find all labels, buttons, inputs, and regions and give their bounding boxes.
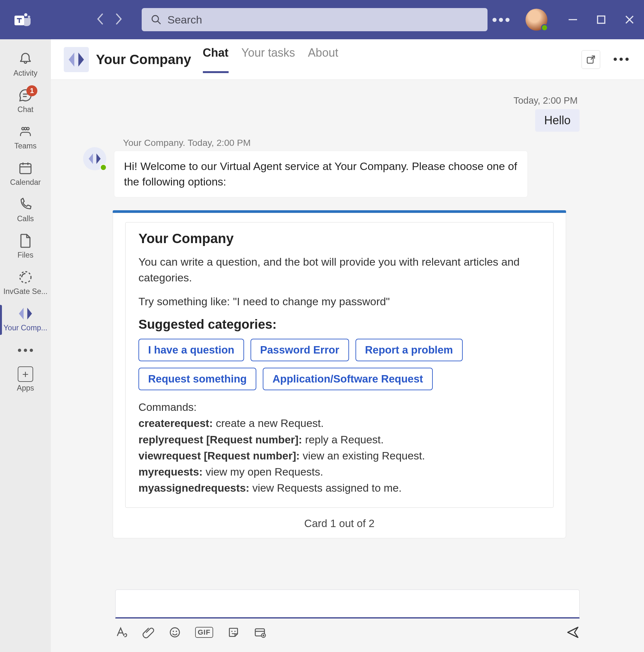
- emoji-icon: [169, 626, 181, 639]
- svg-point-0: [24, 13, 27, 17]
- command-line: myassignedrequests: view Requests assign…: [138, 480, 540, 496]
- invgate-icon: [18, 269, 33, 285]
- rail-more-button[interactable]: [18, 338, 33, 363]
- svg-line-4: [158, 21, 160, 24]
- presence-indicator-icon: [541, 24, 548, 31]
- app-name: Your Company: [96, 52, 191, 67]
- user-message-bubble[interactable]: Hello: [535, 109, 580, 132]
- message-composer[interactable]: [115, 590, 580, 619]
- teams-logo-icon: [13, 10, 32, 29]
- tab-your-tasks[interactable]: Your tasks: [242, 46, 295, 73]
- rail-label: Apps: [17, 384, 34, 392]
- svg-point-24: [619, 58, 623, 61]
- svg-point-23: [614, 58, 617, 61]
- rail-label: Chat: [18, 105, 33, 114]
- more-apps-button[interactable]: [254, 626, 266, 639]
- your-company-icon: [18, 305, 33, 322]
- rail-item-calendar[interactable]: Calendar: [0, 156, 51, 193]
- search-icon: [151, 14, 162, 25]
- svg-point-21: [30, 349, 33, 352]
- calendar-icon: [18, 160, 33, 176]
- svg-rect-14: [20, 164, 31, 174]
- tab-about[interactable]: About: [308, 46, 338, 73]
- window-controls: [568, 15, 634, 25]
- profile-avatar[interactable]: [526, 9, 547, 31]
- chip-app-software-request[interactable]: Application/Software Request: [263, 368, 433, 390]
- svg-point-20: [24, 349, 27, 352]
- command-line: createrequest: create a new Request.: [138, 415, 540, 431]
- command-line: viewrequest [Request number]: view an ex…: [138, 448, 540, 464]
- content-area: Your Company Chat Your tasks About Today…: [51, 39, 644, 652]
- rail-label: Teams: [14, 142, 36, 151]
- rail-item-files[interactable]: Files: [0, 229, 51, 265]
- search-input[interactable]: [167, 13, 479, 26]
- format-button[interactable]: [115, 626, 128, 639]
- rail-label: Calendar: [10, 178, 41, 187]
- commands-heading: Commands:: [138, 399, 540, 415]
- emoji-button[interactable]: [169, 626, 181, 639]
- rail-item-chat[interactable]: 1 Chat: [0, 83, 51, 120]
- compose-toolbar: GIF: [115, 626, 580, 639]
- sticker-button[interactable]: [227, 626, 240, 639]
- card-paragraph: Try something like: "I need to change my…: [138, 294, 540, 309]
- paperclip-icon: [142, 626, 155, 639]
- chip-report-problem[interactable]: Report a problem: [355, 339, 463, 361]
- rail-item-your-company[interactable]: Your Comp...: [0, 302, 51, 338]
- svg-point-28: [176, 631, 177, 632]
- chat-header: Your Company Chat Your tasks About: [51, 39, 644, 80]
- teams-icon: [18, 124, 33, 140]
- chat-body[interactable]: Today, 2:00 PM Hello Your Company. Today…: [51, 80, 644, 583]
- svg-point-25: [625, 58, 628, 61]
- svg-point-30: [235, 631, 236, 632]
- window-minimize-button[interactable]: [568, 15, 578, 25]
- nav-arrows: [97, 13, 123, 26]
- rail-label: Calls: [17, 214, 34, 223]
- chip-question[interactable]: I have a question: [138, 339, 244, 361]
- svg-rect-6: [598, 16, 605, 24]
- card-pagination: Card 1 out of 2: [113, 517, 566, 529]
- window-close-button[interactable]: [625, 15, 634, 25]
- rail-item-calls[interactable]: Calls: [0, 193, 51, 229]
- bot-message-bubble[interactable]: Hi! Welcome to our Virtual Agent service…: [114, 151, 528, 197]
- bot-avatar: [83, 147, 106, 170]
- commands-block: Commands: createrequest: create a new Re…: [138, 399, 540, 496]
- card-subtitle: Suggested categories:: [138, 317, 540, 332]
- presence-indicator-icon: [100, 164, 107, 171]
- rail-item-activity[interactable]: Activity: [0, 47, 51, 83]
- rail-item-teams[interactable]: Teams: [0, 120, 51, 156]
- gif-button[interactable]: GIF: [195, 627, 213, 638]
- rail-label: Activity: [14, 69, 37, 78]
- phone-icon: [18, 196, 33, 213]
- bot-message-row: Your Company. Today, 2:00 PM Hi! Welcome…: [83, 137, 580, 538]
- attach-button[interactable]: [142, 626, 155, 639]
- send-button[interactable]: [566, 626, 580, 639]
- card-paragraph: You can write a question, and the bot wi…: [138, 254, 540, 286]
- card-title: Your Company: [138, 231, 540, 246]
- app-icon: [64, 47, 89, 72]
- svg-point-13: [24, 128, 27, 130]
- command-line: replyrequest [Request number]: reply a R…: [138, 432, 540, 448]
- gif-icon: GIF: [195, 627, 213, 638]
- header-more-button[interactable]: [613, 57, 629, 62]
- adaptive-card: Your Company You can write a question, a…: [113, 210, 566, 538]
- nav-back-button[interactable]: [97, 13, 104, 26]
- window-maximize-button[interactable]: [596, 15, 606, 25]
- svg-point-1: [28, 16, 30, 18]
- rail-item-invgate[interactable]: InvGate Se...: [0, 265, 51, 302]
- chat-badge: 1: [26, 85, 37, 96]
- bot-message-meta: Your Company. Today, 2:00 PM: [123, 137, 580, 148]
- file-icon: [19, 233, 32, 249]
- tabs: Chat Your tasks About: [203, 46, 339, 73]
- nav-forward-button[interactable]: [115, 13, 123, 26]
- send-icon: [566, 626, 580, 639]
- message-input[interactable]: [123, 598, 571, 609]
- svg-point-26: [170, 628, 180, 637]
- popout-button[interactable]: [582, 50, 600, 69]
- chip-request-something[interactable]: Request something: [138, 368, 256, 390]
- card-plus-icon: [254, 626, 266, 639]
- search-box[interactable]: [142, 8, 487, 31]
- chip-password-error[interactable]: Password Error: [250, 339, 349, 361]
- suggested-categories: I have a question Password Error Report …: [138, 339, 540, 390]
- tab-chat[interactable]: Chat: [203, 46, 229, 73]
- rail-item-apps[interactable]: + Apps: [17, 366, 34, 392]
